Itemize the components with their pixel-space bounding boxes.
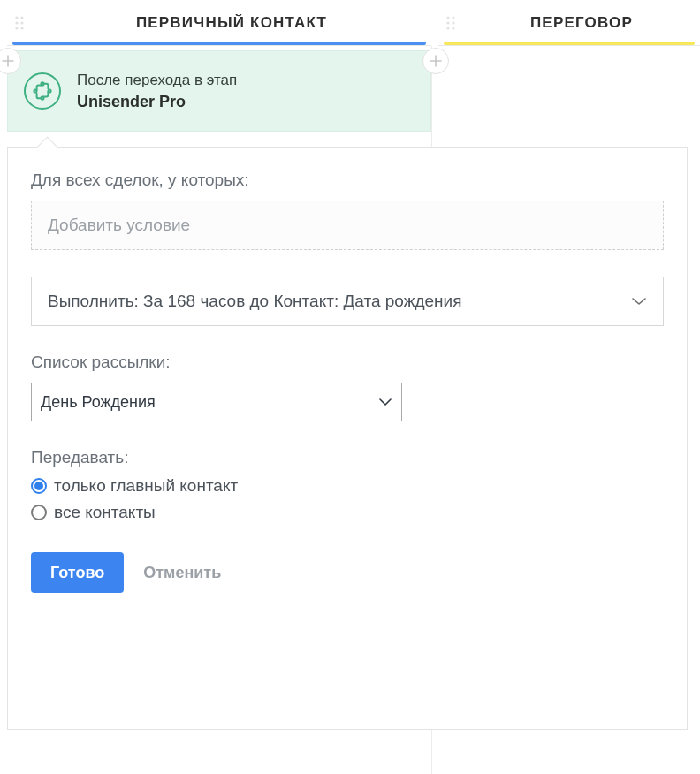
svg-point-6 <box>446 16 449 19</box>
svg-point-2 <box>15 21 18 24</box>
pipeline-stage: ПЕРВИЧНЫЙ КОНТАКТ ПЕРЕГОВОР <box>0 0 700 774</box>
execute-section: Выполнить: За 168 часов до Контакт: Дата… <box>31 277 664 326</box>
trigger-settings-panel: Для всех сделок, у которых: Добавить усл… <box>7 147 688 730</box>
column-accent <box>12 42 426 45</box>
transfer-label: Передавать: <box>31 448 664 467</box>
column-accent <box>444 42 695 45</box>
svg-point-7 <box>452 16 454 19</box>
radio-all-contacts-label: все контакты <box>54 503 156 522</box>
trigger-text: После перехода в этап Unisender Pro <box>77 72 237 111</box>
puzzle-icon <box>24 72 61 110</box>
column-title: ПЕРВИЧНЫЙ КОНТАКТ <box>32 14 431 32</box>
radio-main-contact[interactable]: только главный контакт <box>31 476 664 496</box>
filter-section: Для всех сделок, у которых: Добавить усл… <box>31 171 664 250</box>
transfer-section: Передавать: только главный контакт все к… <box>31 448 664 522</box>
svg-point-0 <box>15 16 18 19</box>
cancel-button[interactable]: Отменить <box>143 564 221 582</box>
execute-select[interactable]: Выполнить: За 168 часов до Контакт: Дата… <box>31 277 664 326</box>
drag-handle-icon[interactable] <box>438 0 463 46</box>
execute-select-value: Выполнить: За 168 часов до Контакт: Дата… <box>48 292 461 311</box>
mailing-list-select[interactable]: День Рождения <box>31 383 402 421</box>
radio-all-contacts[interactable]: все контакты <box>31 503 664 522</box>
filter-label: Для всех сделок, у которых: <box>31 171 664 190</box>
add-condition-input[interactable]: Добавить условие <box>31 201 664 250</box>
radio-main-contact-label: только главный контакт <box>54 476 238 496</box>
drag-handle-icon[interactable] <box>7 0 32 46</box>
svg-point-15 <box>34 89 36 92</box>
mailing-list-section: Список рассылки: День Рождения <box>31 353 664 421</box>
svg-point-8 <box>446 21 449 24</box>
panel-footer: Готово Отменить <box>31 552 664 593</box>
svg-point-10 <box>446 27 449 29</box>
mailing-list-label: Список рассылки: <box>31 353 664 372</box>
add-condition-placeholder: Добавить условие <box>48 216 190 235</box>
column-title: ПЕРЕГОВОР <box>463 14 700 32</box>
chevron-down-icon <box>631 292 647 311</box>
trigger-subtitle: После перехода в этап <box>77 72 237 89</box>
trigger-title: Unisender Pro <box>77 93 237 111</box>
radio-icon <box>31 505 47 520</box>
column-header-primary-contact: ПЕРВИЧНЫЙ КОНТАКТ <box>7 0 431 46</box>
svg-point-1 <box>20 16 23 19</box>
svg-point-9 <box>452 21 454 24</box>
trigger-card[interactable]: После перехода в этап Unisender Pro <box>7 50 431 132</box>
svg-point-11 <box>452 27 454 29</box>
svg-point-3 <box>20 21 23 24</box>
svg-point-4 <box>15 27 18 29</box>
svg-point-13 <box>49 89 51 92</box>
submit-button[interactable]: Готово <box>31 552 124 593</box>
radio-icon <box>31 478 47 494</box>
add-trigger-button[interactable] <box>422 48 449 74</box>
mailing-list-select-wrap: День Рождения <box>31 383 402 421</box>
column-header-negotiations: ПЕРЕГОВОР <box>438 0 700 46</box>
svg-point-5 <box>20 27 23 29</box>
